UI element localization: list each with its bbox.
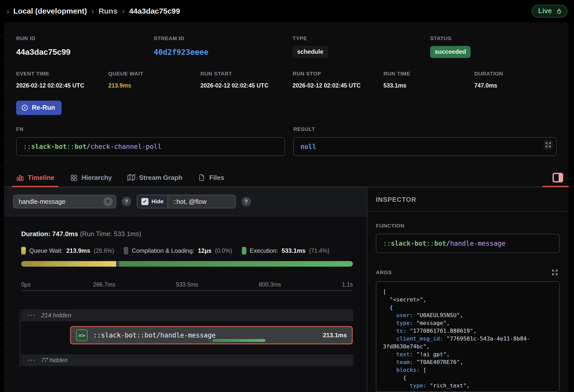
type-badge: schedule xyxy=(293,46,328,58)
axis-tick: 1.1s xyxy=(342,281,353,288)
rerun-label: Re-Run xyxy=(32,104,55,111)
fn-package: slack-bot xyxy=(391,240,426,247)
execution-segment xyxy=(119,261,353,267)
question-icon: ? xyxy=(244,198,248,205)
hierarchy-icon xyxy=(70,174,77,181)
args-label: ARGS xyxy=(376,269,392,275)
axis-tick: 533.5ms xyxy=(176,281,198,288)
fn-module: bot xyxy=(434,240,446,247)
play-circle-icon xyxy=(21,104,28,111)
field-label: STREAM ID xyxy=(154,35,293,41)
stream-id-link[interactable]: 40d2f923eeee xyxy=(154,48,208,57)
hidden-spans-row-bottom[interactable]: ··· 77 hidden xyxy=(21,354,353,366)
field-run-time: RUN TIME 533.1ms xyxy=(383,71,474,89)
run-stop-value: 2026-02-12 02:02:45 UTC xyxy=(293,82,383,89)
tab-files[interactable]: Files xyxy=(198,169,224,187)
result-value: null xyxy=(300,143,316,150)
result-expand-button[interactable] xyxy=(543,140,553,150)
field-queue-wait: QUEUE WAIT 213.9ms xyxy=(108,71,200,89)
run-start-value: 2026-02-12 02:02:45 UTC xyxy=(200,82,293,89)
name-filter-input[interactable]: handle-message ✕ xyxy=(13,195,116,208)
field-type: TYPE schedule xyxy=(293,35,430,58)
hide-filter-input[interactable]: ::hot, @flow xyxy=(168,195,235,208)
question-icon: ? xyxy=(125,198,128,205)
fn-label: FN xyxy=(16,126,285,132)
span-arrow-badge: => xyxy=(76,329,88,341)
run-id-row: RUN ID 44a3dac75c99 STREAM ID 40d2f923ee… xyxy=(16,35,557,58)
live-badge[interactable]: Live xyxy=(532,5,567,18)
field-stream-id: STREAM ID 40d2f923eeee xyxy=(154,35,293,58)
run-detail-card: RUN ID 44a3dac75c99 STREAM ID 40d2f923ee… xyxy=(4,22,569,392)
sidebar-right-icon xyxy=(553,173,563,182)
live-label: Live xyxy=(538,7,552,15)
axis-tick: 266.7ms xyxy=(93,281,115,288)
tab-label: Files xyxy=(209,174,224,182)
inspector: INSPECTOR FUNCTION ::slack-bot::bot/hand… xyxy=(367,187,569,392)
left-margin-dots xyxy=(1,35,2,392)
hide-toggle[interactable]: ✓ Hide xyxy=(137,195,168,208)
execution-swatch xyxy=(242,247,246,255)
tab-timeline[interactable]: Timeline xyxy=(16,169,54,187)
close-icon: ✕ xyxy=(106,199,110,204)
queue-wait-segment xyxy=(21,261,116,267)
field-event-time: EVENT TIME 2026-02-12 02:02:45 UTC xyxy=(16,71,108,89)
field-label: TYPE xyxy=(293,35,430,41)
tab-content: handle-message ✕ ? ✓ Hide ::hot, @flow ? xyxy=(4,187,569,392)
fn-result-row: FN ::slack-bot::bot/check-channel-poll R… xyxy=(16,126,557,156)
field-run-id: RUN ID 44a3dac75c99 xyxy=(16,35,154,58)
fn-namespace-sep: :: xyxy=(426,240,434,247)
args-header: ARGS xyxy=(376,268,560,277)
span-row-handle-message[interactable]: => ::slack-bot::bot/handle-message 213.1… xyxy=(70,326,353,344)
timeline-rows: ··· 214 hidden => ::slack-bot::bot/handl… xyxy=(21,310,353,366)
run-id-value: 44a3dac75c99 xyxy=(16,47,154,57)
fn-name: handle-message xyxy=(450,240,505,247)
time-axis: 0µs 266.7ms 533.5ms 800.3ms 1.1s xyxy=(21,281,353,289)
fn-field: FN ::slack-bot::bot/check-channel-poll xyxy=(16,126,285,156)
breadcrumb-env[interactable]: Local (development) xyxy=(13,7,87,15)
field-label: STATUS xyxy=(430,35,557,41)
duration-summary-label: Duration: xyxy=(21,230,50,238)
check-icon: ✓ xyxy=(143,198,147,205)
breadcrumb-run-id: 44a3dac75c99 xyxy=(129,7,180,15)
duration-summary-value: 747.0ms xyxy=(52,230,78,238)
args-code-box[interactable]: [ "<secret>", { user: "U0AEUL95NSU", typ… xyxy=(376,281,560,392)
tab-stream-graph[interactable]: Stream Graph xyxy=(127,169,182,187)
tab-hierarchy[interactable]: Hierarchy xyxy=(70,169,112,187)
inspector-panel-toggle[interactable] xyxy=(553,169,563,187)
span-title: ::slack-bot::bot/handle-message xyxy=(93,331,216,339)
run-detail-page: { "breadcrumb": { "sep": "›", "items": [… xyxy=(0,0,574,392)
tab-bar: Timeline Hierarchy Stream Graph Files xyxy=(4,169,569,187)
clear-filter-button[interactable]: ✕ xyxy=(103,197,113,206)
hidden-spans-row-top[interactable]: ··· 214 hidden xyxy=(21,310,353,321)
span-duration: 213.1ms xyxy=(323,332,347,339)
breadcrumb-bar: › Local (development) › Runs › 44a3dac75… xyxy=(0,0,574,22)
flame-icon xyxy=(555,7,562,15)
hide-checkbox[interactable]: ✓ xyxy=(141,198,148,205)
args-expand-button[interactable] xyxy=(550,268,560,277)
runtime-text: (Run Time: 533.1ms) xyxy=(80,230,141,238)
duration-legend: Queue Wait: 213.9ms (28.6%) Compilation … xyxy=(21,247,353,255)
fn-box: ::slack-bot::bot/check-channel-poll xyxy=(16,137,285,156)
result-label: RESULT xyxy=(293,126,557,132)
fn-namespace-sep: :: xyxy=(67,143,74,150)
fn-slash: / xyxy=(86,143,90,150)
hide-filter-value: ::hot, @flow xyxy=(173,198,206,205)
legend-execution: Execution: 533.1ms (71.4%) xyxy=(242,247,329,255)
queue-wait-value: 213.9ms xyxy=(108,82,200,89)
field-duration: DURATION 747.0ms xyxy=(474,71,557,89)
inspector-divider xyxy=(367,211,569,212)
rerun-button[interactable]: Re-Run xyxy=(16,101,62,115)
hide-label: Hide xyxy=(151,198,164,205)
name-filter-value: handle-message xyxy=(19,198,65,205)
filter-bar: handle-message ✕ ? ✓ Hide ::hot, @flow ? xyxy=(4,187,367,216)
result-box: null xyxy=(293,137,557,156)
file-icon xyxy=(198,174,205,181)
inspector-pane: INSPECTOR FUNCTION ::slack-bot::bot/hand… xyxy=(367,187,569,392)
result-field: RESULT null xyxy=(293,126,557,156)
filter-help-button[interactable]: ? xyxy=(122,197,131,206)
hide-filter-group: ✓ Hide ::hot, @flow xyxy=(137,195,236,208)
maximize-icon xyxy=(552,269,558,276)
hide-help-button[interactable]: ? xyxy=(241,197,251,206)
function-label: FUNCTION xyxy=(376,223,560,229)
breadcrumb-runs[interactable]: Runs xyxy=(98,7,117,15)
